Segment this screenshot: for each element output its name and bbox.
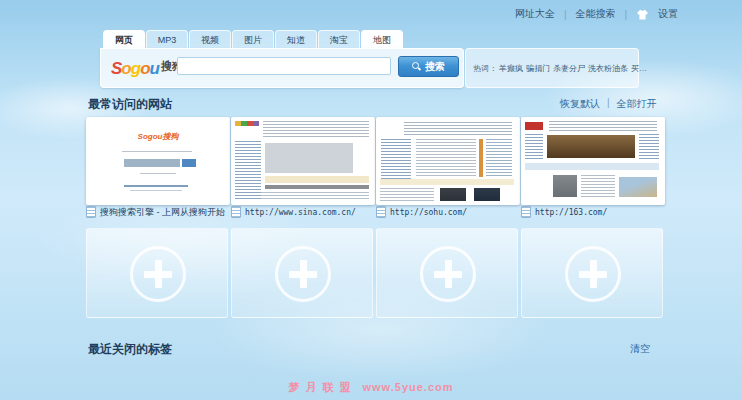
site-thumbnail-preview	[523, 119, 663, 203]
search-panel: Sogou搜狗 搜索	[100, 48, 464, 88]
tab-video[interactable]: 视频	[189, 30, 231, 49]
shirt-icon	[636, 9, 649, 20]
top-links: 网址大全 | 全能搜索 | 设置	[515, 7, 678, 21]
site-caption-163[interactable]: http://163.com/	[521, 205, 663, 219]
search-tabs: 网页 MP3 视频 图片 知道 淘宝 地图	[103, 30, 404, 49]
thumb-logo-text: Sogou搜狗	[88, 131, 228, 142]
page-icon	[521, 206, 531, 218]
hotword-link[interactable]: 杀妻分尸	[553, 64, 585, 73]
hotwords-row: 热词：羊癫疯骗捐门杀妻分尸洗衣粉油条买…	[473, 63, 650, 74]
page-icon	[231, 206, 241, 218]
caption-text: 搜狗搜索引擎 - 上网从搜狗开始	[100, 206, 225, 219]
search-button[interactable]: 搜索	[398, 56, 459, 77]
page-icon	[376, 206, 386, 218]
logo-letter: S	[111, 59, 121, 78]
link-settings[interactable]: 设置	[658, 7, 678, 21]
link-site-directory[interactable]: 网址大全	[515, 7, 555, 21]
hotword-link[interactable]: 洗衣粉油条	[588, 64, 628, 73]
tab-map[interactable]: 地图	[361, 30, 403, 49]
tab-zhidao[interactable]: 知道	[275, 30, 317, 49]
most-visited-title: 最常访问的网站	[88, 96, 172, 113]
restore-default-link[interactable]: 恢复默认	[560, 97, 600, 111]
add-icon	[565, 246, 621, 302]
caption-text: http://163.com/	[535, 208, 607, 217]
tab-mp3[interactable]: MP3	[146, 30, 188, 49]
logo-letter: o	[121, 59, 130, 78]
site-thumbnail-163[interactable]	[521, 117, 665, 205]
divider: |	[607, 97, 610, 111]
clear-recent-tabs-link[interactable]: 清空	[630, 342, 650, 356]
watermark-text: 梦月联盟	[288, 381, 356, 393]
search-icon	[412, 62, 421, 71]
add-site-placeholder[interactable]	[86, 228, 228, 318]
divider: |	[564, 9, 567, 20]
site-thumbnail-sina[interactable]	[231, 117, 375, 205]
site-thumbnail-sohu[interactable]	[376, 117, 520, 205]
watermark: 梦月联盟www.5yue.com	[0, 380, 742, 395]
link-universal-search[interactable]: 全能搜索	[576, 7, 616, 21]
most-visited-actions: 恢复默认 | 全部打开	[560, 97, 657, 111]
add-site-placeholder[interactable]	[376, 228, 518, 318]
site-thumbnail-sogou[interactable]: Sogou搜狗	[86, 117, 230, 205]
site-thumbnail-preview	[378, 119, 518, 203]
sogou-logo: Sogou搜狗	[111, 56, 183, 79]
open-all-link[interactable]: 全部打开	[617, 97, 657, 111]
tab-taobao[interactable]: 淘宝	[318, 30, 360, 49]
hotword-link[interactable]: 骗捐门	[526, 64, 550, 73]
divider: |	[625, 9, 628, 20]
logo-letter: o	[140, 59, 149, 78]
site-caption-sohu[interactable]: http://sohu.com/	[376, 205, 518, 219]
recent-tabs-title: 最近关闭的标签	[88, 341, 172, 358]
site-caption-sogou[interactable]: 搜狗搜索引擎 - 上网从搜狗开始	[86, 205, 228, 219]
add-icon	[420, 246, 476, 302]
add-icon	[130, 246, 186, 302]
sogou-newtab-page: 网址大全 | 全能搜索 | 设置 网页 MP3 视频 图片 知道 淘宝 地图 S…	[0, 0, 742, 400]
watermark-url: www.5yue.com	[362, 381, 453, 393]
hotwords-panel: 热词：羊癫疯骗捐门杀妻分尸洗衣粉油条买…	[465, 48, 639, 88]
logo-letter: g	[131, 59, 140, 78]
site-caption-sina[interactable]: http://www.sina.com.cn/	[231, 205, 373, 219]
caption-text: http://sohu.com/	[390, 208, 467, 217]
add-site-placeholder[interactable]	[231, 228, 373, 318]
hotword-link[interactable]: 羊癫疯	[499, 64, 523, 73]
page-icon	[86, 206, 96, 218]
caption-text: http://www.sina.com.cn/	[245, 208, 356, 217]
add-site-placeholder[interactable]	[521, 228, 663, 318]
search-button-label: 搜索	[425, 60, 445, 74]
search-input[interactable]	[177, 57, 391, 75]
hotwords-label: 热词：	[473, 64, 497, 73]
tab-web[interactable]: 网页	[103, 30, 145, 49]
tab-image[interactable]: 图片	[232, 30, 274, 49]
hotword-link[interactable]: 买…	[631, 64, 647, 73]
add-icon	[275, 246, 331, 302]
site-thumbnail-preview	[233, 119, 373, 203]
logo-letter: u	[150, 59, 159, 78]
